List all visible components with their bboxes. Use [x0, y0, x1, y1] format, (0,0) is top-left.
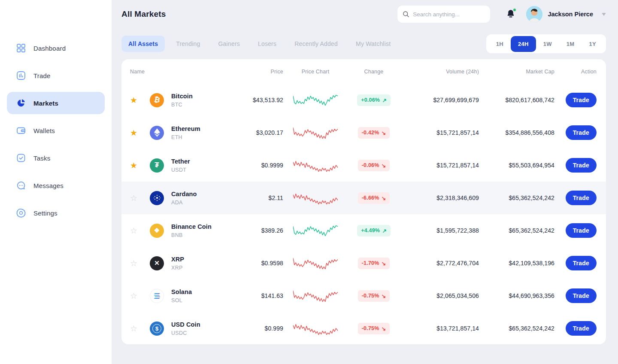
search-input[interactable]	[413, 11, 485, 18]
change-cell: -0.75%↘	[348, 290, 400, 302]
coin-name: Ethereum	[171, 125, 233, 132]
sidebar-item-tasks[interactable]: Tasks	[7, 147, 105, 169]
table-row-xrp: ☆✕XRPXRP$0.9598-1.70%↘$2,772,476,704$42,…	[121, 247, 606, 279]
table-row-eth: ★ EthereumETH$3,020.17-0.42%↘$15,721,857…	[121, 116, 606, 149]
tab-gainers[interactable]: Gainers	[212, 36, 247, 52]
sidebar-nav: Dashboard Trade Markets Wallets Tasks Me…	[0, 37, 112, 224]
user-menu[interactable]: Jackson Pierce	[526, 6, 606, 22]
market-cap-value: $65,362,524,242	[479, 227, 554, 234]
timerange-selector: 1H24H1W1M1Y	[486, 34, 606, 53]
coin-name: XRP	[171, 256, 233, 263]
timerange-1y[interactable]: 1Y	[582, 36, 603, 52]
coin-name-cell: XRPXRP	[171, 256, 233, 271]
sidebar-item-label: Messages	[33, 182, 64, 189]
trade-button-xrp[interactable]: Trade	[566, 256, 597, 270]
timerange-1w[interactable]: 1W	[536, 36, 559, 52]
coin-name-cell: EthereumETH	[171, 125, 233, 140]
trade-icon	[16, 71, 26, 80]
change-badge-up: +4.49%↗	[357, 225, 391, 237]
sidebar-item-markets[interactable]: Markets	[7, 92, 105, 114]
table-row-sol: ☆ SolanaSOL$141.63-0.75%↘$2,065,034,506$…	[121, 279, 606, 312]
trade-button-sol[interactable]: Trade	[566, 288, 597, 303]
notifications-button[interactable]	[506, 9, 517, 20]
main-content: All Markets	[112, 0, 618, 364]
watchlist-star-empty[interactable]: ☆	[130, 259, 150, 267]
avatar	[526, 6, 542, 22]
timerange-1h[interactable]: 1H	[489, 36, 511, 52]
trade-button-btc[interactable]: Trade	[566, 93, 597, 107]
price-sparkline-up	[293, 91, 338, 109]
price-value: $0.999	[233, 325, 283, 332]
trend-down-icon: ↘	[382, 260, 386, 267]
trade-button-ada[interactable]: Trade	[566, 191, 597, 205]
price-sparkline-down	[293, 254, 338, 273]
coin-symbol: SOL	[171, 297, 233, 303]
coin-name-cell: USD CoinUSDC	[171, 321, 233, 336]
watchlist-star-empty[interactable]: ☆	[130, 325, 150, 333]
sidebar-item-label: Trade	[33, 72, 51, 79]
sidebar-item-trade[interactable]: Trade	[7, 64, 105, 87]
sidebar-item-dashboard[interactable]: Dashboard	[7, 37, 105, 59]
market-cap-value: $354,886,556,408	[479, 129, 554, 136]
trade-button-bnb[interactable]: Trade	[566, 223, 597, 238]
watchlist-star-empty[interactable]: ☆	[130, 227, 150, 235]
column-header-name: Name	[130, 69, 233, 75]
tab-my-watchlist[interactable]: My Watchlist	[349, 36, 397, 52]
price-value: $389.26	[233, 227, 283, 234]
volume-value: $2,318,346,609	[400, 194, 479, 201]
price-sparkline-down	[293, 319, 338, 338]
trade-button-usdc[interactable]: Trade	[566, 321, 597, 336]
markets-table-card: NamePricePrice ChartChangeVolume (24h)Ma…	[121, 59, 606, 344]
tab-trending[interactable]: Trending	[169, 36, 207, 52]
column-header-market-cap: Market Cap	[479, 69, 554, 75]
search-box[interactable]	[397, 6, 490, 23]
trade-button-usdt[interactable]: Trade	[566, 158, 597, 173]
table-row-ada: ☆ CardanoADA$2.11-6.66%↘$2,318,346,609$6…	[121, 182, 606, 214]
tab-recently-added[interactable]: Recently Added	[288, 36, 345, 52]
volume-value: $2,065,034,506	[400, 292, 479, 299]
change-cell: -1.70%↘	[348, 258, 400, 269]
coin-symbol: ETH	[171, 134, 233, 140]
table-row-bnb: ☆❖Binance CoinBNB$389.26+4.49%↗$1,595,72…	[121, 214, 606, 247]
watchlist-star-empty[interactable]: ☆	[130, 292, 150, 300]
coin-symbol: USDT	[171, 167, 233, 173]
coin-symbol: BTC	[171, 102, 233, 108]
change-cell: -0.06%↘	[348, 160, 400, 171]
change-badge-down: -1.70%↘	[358, 258, 390, 269]
coin-name: USD Coin	[171, 321, 233, 328]
sidebar-item-messages[interactable]: Messages	[7, 174, 105, 197]
market-cap-value: $65,362,524,242	[479, 194, 554, 201]
coin-icon-btc: ₿	[150, 93, 164, 107]
coin-name-cell: Binance CoinBNB	[171, 223, 233, 238]
chevron-down-icon	[602, 13, 606, 16]
dashboard-icon	[16, 43, 26, 53]
coin-name: Bitcoin	[171, 93, 233, 100]
price-sparkline-down	[293, 286, 338, 305]
column-header-volume-24h-: Volume (24h)	[400, 69, 479, 75]
change-cell: -0.42%↘	[348, 127, 400, 139]
watchlist-star-filled[interactable]: ★	[130, 129, 150, 137]
search-icon	[403, 10, 409, 18]
sidebar-item-label: Wallets	[33, 127, 55, 134]
table-body: ★₿BitcoinBTC$43,513.92+0.06%↗$27,699,699…	[121, 84, 606, 344]
tab-all-assets[interactable]: All Assets	[121, 36, 165, 52]
sidebar-item-settings[interactable]: Settings	[7, 202, 105, 224]
volume-value: $1,595,722,388	[400, 227, 479, 234]
timerange-24h[interactable]: 24H	[511, 36, 536, 52]
trend-down-icon: ↘	[382, 130, 386, 136]
trend-down-icon: ↘	[382, 195, 386, 201]
watchlist-star-empty[interactable]: ☆	[130, 194, 150, 202]
timerange-1m[interactable]: 1M	[559, 36, 582, 52]
watchlist-star-filled[interactable]: ★	[130, 96, 150, 104]
price-value: $2.11	[233, 194, 283, 201]
watchlist-star-filled[interactable]: ★	[130, 161, 150, 170]
sidebar: Dashboard Trade Markets Wallets Tasks Me…	[0, 0, 112, 364]
asset-tabs: All AssetsTrendingGainersLosersRecently …	[121, 36, 397, 52]
table-row-usdc: ☆$USD CoinUSDC$0.999-0.75%↘$13,721,857,1…	[121, 312, 606, 344]
tab-losers[interactable]: Losers	[251, 36, 283, 52]
sidebar-item-wallets[interactable]: Wallets	[7, 119, 105, 142]
trade-button-eth[interactable]: Trade	[566, 125, 597, 140]
coin-symbol: BNB	[171, 232, 233, 238]
column-header-change: Change	[348, 69, 400, 75]
coin-name: Cardano	[171, 191, 233, 197]
